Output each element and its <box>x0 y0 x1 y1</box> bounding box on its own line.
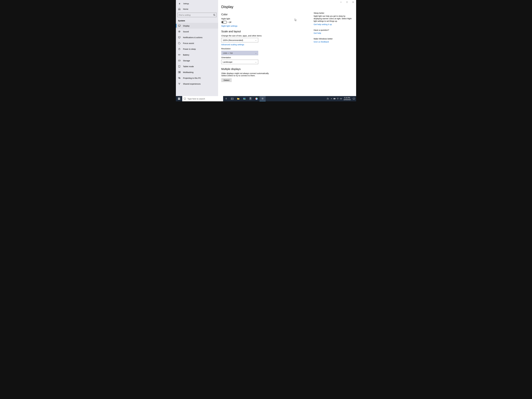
night-light-settings-link[interactable]: Night light settings <box>221 25 306 27</box>
sidebar-item-notifications[interactable]: Notifications & actions <box>176 34 218 40</box>
search-input[interactable] <box>179 14 213 16</box>
taskbar: Type here to search <box>176 96 356 101</box>
sidebar-item-multitasking[interactable]: Multitasking <box>176 69 218 75</box>
text-size-select[interactable]: 100% (Recommended) ⌄ <box>221 38 258 42</box>
orientation-select[interactable]: Landscape ⌄ <box>221 60 258 64</box>
svg-rect-16 <box>179 72 180 73</box>
taskbar-clock[interactable]: 5:16 PM 10/3/2018 <box>342 97 352 101</box>
tray-expand-button[interactable] <box>330 96 333 101</box>
back-button[interactable] <box>177 2 182 6</box>
svg-rect-28 <box>178 99 179 100</box>
question-title: Have a question? <box>314 29 353 31</box>
night-light-toggle[interactable] <box>221 21 227 24</box>
svg-rect-58 <box>353 98 355 99</box>
start-button[interactable] <box>176 96 182 101</box>
search-icon <box>213 14 215 16</box>
get-help-link[interactable]: Get help <box>314 32 353 34</box>
taskbar-settings-button[interactable] <box>260 96 266 101</box>
action-center-button[interactable] <box>352 96 356 101</box>
sidebar: Settings Home System Display <box>176 0 218 96</box>
sidebar-item-projecting[interactable]: Projecting to this PC <box>176 75 218 81</box>
sidebar-item-label: Multitasking <box>183 71 193 73</box>
resolution-label: Resolution <box>221 48 306 50</box>
sound-icon <box>178 30 181 33</box>
shared-icon <box>178 82 181 85</box>
feedback-title: Make Windows better <box>314 38 353 40</box>
detect-button[interactable]: Detect <box>221 78 232 82</box>
tray-battery-button[interactable] <box>333 96 336 101</box>
sidebar-item-focus-assist[interactable]: Focus assist <box>176 40 218 46</box>
folder-icon <box>237 98 240 100</box>
close-button[interactable] <box>350 0 356 4</box>
notifications-icon <box>178 36 181 39</box>
svg-rect-31 <box>226 98 226 99</box>
people-icon <box>327 98 329 100</box>
taskbar-chrome-button[interactable] <box>253 96 260 101</box>
svg-point-21 <box>179 84 180 85</box>
sidebar-item-label: Power & sleep <box>183 48 196 50</box>
chevron-up-icon <box>331 98 332 100</box>
sidebar-header: Settings <box>176 1 218 6</box>
sidebar-item-label: Display <box>183 25 190 27</box>
minimize-button[interactable] <box>338 0 344 4</box>
svg-rect-27 <box>179 98 180 99</box>
chevron-down-icon: ⌄ <box>255 39 257 41</box>
advanced-scaling-link[interactable]: Advanced scaling settings <box>221 43 306 46</box>
home-label: Home <box>183 8 188 10</box>
svg-rect-38 <box>250 98 251 98</box>
sidebar-item-shared-experiences[interactable]: Shared experiences <box>176 81 218 87</box>
taskbar-calculator-button[interactable] <box>247 96 253 101</box>
resolution-select[interactable]: 1366 × 768 ⌄ <box>221 51 258 55</box>
tray-wifi-button[interactable] <box>336 96 339 101</box>
photos-icon <box>243 98 246 100</box>
people-button[interactable] <box>326 96 330 101</box>
feedback-link[interactable]: Give us feedback <box>314 41 353 43</box>
taskbar-explorer-button[interactable] <box>235 96 241 101</box>
resolution-value: 1366 × 768 <box>223 52 233 54</box>
night-light-label: Night light <box>221 18 306 20</box>
sidebar-item-tablet-mode[interactable]: Tablet mode <box>176 63 218 69</box>
svg-point-39 <box>250 98 250 99</box>
multitasking-icon <box>178 71 181 74</box>
section-scale: Scale and layout <box>221 30 306 33</box>
sidebar-item-battery[interactable]: Battery <box>176 52 218 58</box>
sidebar-item-label: Shared experiences <box>183 83 201 85</box>
orientation-label: Orientation <box>221 56 306 59</box>
projecting-icon <box>178 77 181 79</box>
sleep-better-link[interactable]: Get help setting it up <box>314 23 353 25</box>
notification-icon <box>353 98 355 100</box>
volume-icon <box>340 98 342 100</box>
orientation-value: Landscape <box>223 61 232 63</box>
svg-rect-8 <box>178 54 180 55</box>
main-content: Display Color Night light Off Night ligh… <box>218 0 356 96</box>
taskbar-taskview-button[interactable] <box>229 96 235 101</box>
sidebar-item-storage[interactable]: Storage <box>176 58 218 63</box>
mic-icon <box>225 98 227 100</box>
sidebar-item-label: Battery <box>183 54 189 56</box>
taskbar-photos-button[interactable] <box>241 96 247 101</box>
svg-rect-9 <box>180 55 180 55</box>
svg-point-30 <box>184 98 186 100</box>
svg-rect-32 <box>231 98 231 100</box>
home-link[interactable]: Home <box>176 6 218 12</box>
screen: Settings Home System Display <box>176 0 356 101</box>
sidebar-item-power-sleep[interactable]: Power & sleep <box>176 46 218 52</box>
svg-point-43 <box>250 99 251 99</box>
search-box[interactable] <box>177 13 216 17</box>
sidebar-item-sound[interactable]: Sound <box>176 29 218 34</box>
tray-volume-button[interactable] <box>339 96 342 101</box>
svg-rect-33 <box>232 98 233 100</box>
svg-point-42 <box>250 99 250 99</box>
svg-point-44 <box>251 99 251 99</box>
sidebar-item-display[interactable]: Display <box>176 23 218 29</box>
taskbar-search[interactable]: Type here to search <box>182 96 223 101</box>
sidebar-item-label: Tablet mode <box>183 65 194 68</box>
battery-icon <box>178 53 181 56</box>
sidebar-item-label: Projecting to this PC <box>183 77 201 79</box>
svg-point-53 <box>328 98 329 99</box>
maximize-button[interactable] <box>344 0 350 4</box>
night-light-state: Off <box>229 21 231 23</box>
focus-assist-icon <box>178 42 181 44</box>
taskbar-mic-button[interactable] <box>223 96 229 101</box>
svg-rect-5 <box>178 37 180 38</box>
